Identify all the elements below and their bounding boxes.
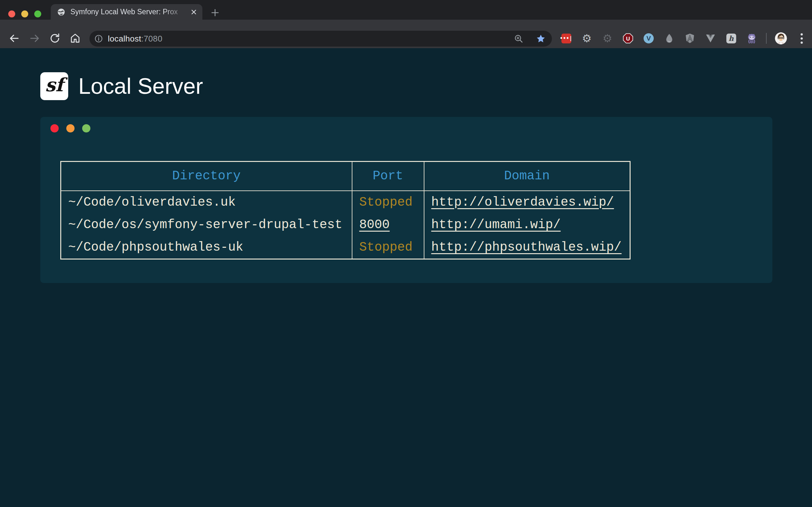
- directory-cell: ~/Code/phpsouthwales-uk: [61, 236, 352, 259]
- dot-red-icon: [50, 124, 59, 132]
- domain-cell: http://umami.wip/: [424, 214, 630, 236]
- extension-honeybadger-icon[interactable]: h: [725, 32, 738, 45]
- back-button[interactable]: [6, 31, 22, 46]
- extension-angular-icon[interactable]: [683, 32, 696, 45]
- window-minimize-button[interactable]: [21, 10, 28, 17]
- address-bar[interactable]: localhost:7080: [90, 31, 552, 47]
- extension-lastpass-icon[interactable]: •••|: [560, 32, 572, 45]
- tab-close-icon[interactable]: [190, 9, 197, 15]
- domain-cell: http://oliverdavies.wip/: [424, 191, 630, 214]
- directory-value: ~/Code/phpsouthwales-uk: [68, 240, 243, 255]
- terminal-dots: [50, 124, 90, 132]
- profile-avatar[interactable]: [774, 32, 787, 45]
- domain-link[interactable]: http://oliverdavies.wip/: [432, 195, 614, 210]
- url-host: localhost: [108, 34, 141, 43]
- svg-text:U: U: [626, 36, 630, 42]
- page-content: sf Local Server Directory Port Domain ~/…: [0, 48, 812, 507]
- table-row: ~/Code/phpsouthwales-uk Stopped http://p…: [61, 236, 630, 259]
- domain-link[interactable]: http://umami.wip/: [432, 218, 561, 232]
- table-header-row: Directory Port Domain: [61, 162, 630, 191]
- page-title: Local Server: [78, 73, 203, 99]
- tab-title: Symfony Local Web Server: Prox: [70, 8, 190, 16]
- extension-github-octocat-icon[interactable]: [745, 32, 758, 45]
- table-row: ~/Code/oliverdavies.uk Stopped http://ol…: [61, 191, 630, 214]
- tab-strip: Symfony Local Web Server: Prox: [0, 0, 812, 20]
- terminal-card: Directory Port Domain ~/Code/oliverdavie…: [40, 117, 772, 283]
- header-domain: Domain: [424, 162, 630, 191]
- bookmark-star-icon[interactable]: [536, 34, 546, 43]
- reload-button[interactable]: [47, 31, 63, 46]
- browser-menu-button[interactable]: [795, 32, 808, 45]
- window-zoom-button[interactable]: [34, 10, 41, 17]
- browser-tab[interactable]: Symfony Local Web Server: Prox: [51, 4, 202, 20]
- zoom-icon[interactable]: [514, 34, 523, 43]
- extension-ublock-icon[interactable]: U: [622, 32, 635, 45]
- header-directory: Directory: [61, 162, 352, 191]
- port-cell: Stopped: [352, 236, 424, 259]
- server-table-body: ~/Code/oliverdavies.uk Stopped http://ol…: [61, 191, 630, 259]
- window-close-button[interactable]: [8, 10, 15, 17]
- domain-link[interactable]: http://phpsouthwales.wip/: [432, 240, 622, 255]
- directory-value: ~/Code/os/symfony-server-drupal-test: [68, 218, 342, 232]
- extension-vimium-icon[interactable]: V: [642, 32, 655, 45]
- symfony-logo: sf: [40, 72, 68, 100]
- extension-gear-icon[interactable]: ⚙: [580, 32, 593, 45]
- port-cell: 8000: [352, 214, 424, 236]
- globe-favicon-icon: [57, 8, 65, 16]
- header-port: Port: [352, 162, 424, 191]
- port-value: Stopped: [359, 240, 413, 255]
- extension-gear-disabled-icon[interactable]: ⚙: [601, 32, 614, 45]
- port-value[interactable]: 8000: [359, 218, 390, 232]
- forward-button[interactable]: [27, 31, 43, 46]
- directory-value: ~/Code/oliverdavies.uk: [68, 195, 236, 210]
- home-button[interactable]: [67, 31, 83, 46]
- server-table: Directory Port Domain ~/Code/oliverdavie…: [60, 161, 630, 260]
- new-tab-button[interactable]: [209, 6, 221, 19]
- port-cell: Stopped: [352, 191, 424, 214]
- table-row: ~/Code/os/symfony-server-drupal-test 800…: [61, 214, 630, 236]
- site-info-icon[interactable]: [95, 35, 103, 43]
- url-text: localhost:7080: [108, 34, 162, 44]
- symfony-logo-glyph: sf: [45, 74, 63, 96]
- extension-vue-icon[interactable]: [704, 32, 717, 45]
- dot-green-icon: [82, 124, 90, 132]
- extension-drupal-icon[interactable]: [663, 32, 676, 45]
- directory-cell: ~/Code/os/symfony-server-drupal-test: [61, 214, 352, 236]
- window-controls: [8, 10, 41, 17]
- url-port: :7080: [141, 34, 162, 43]
- port-value: Stopped: [359, 195, 413, 210]
- dot-orange-icon: [66, 124, 74, 132]
- domain-cell: http://phpsouthwales.wip/: [424, 236, 630, 259]
- directory-cell: ~/Code/oliverdavies.uk: [61, 191, 352, 214]
- toolbar-separator: [766, 33, 767, 44]
